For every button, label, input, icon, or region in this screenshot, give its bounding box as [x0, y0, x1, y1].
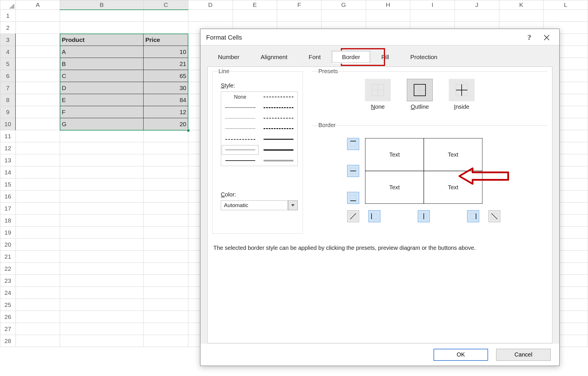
cell-B6[interactable]: C — [60, 70, 144, 82]
row-header-21[interactable]: 21 — [0, 251, 16, 263]
row-header-26[interactable]: 26 — [0, 311, 16, 323]
cell-C5[interactable]: 21 — [144, 58, 188, 70]
cell-B7[interactable]: D — [60, 82, 144, 94]
cell-B8[interactable]: E — [60, 94, 144, 106]
row-header-25[interactable]: 25 — [0, 299, 16, 311]
cell-C14[interactable] — [144, 166, 188, 178]
cell-B16[interactable] — [60, 190, 144, 202]
cell-C27[interactable] — [144, 323, 188, 335]
row-header-12[interactable]: 12 — [0, 142, 16, 154]
column-header-E[interactable]: E — [233, 0, 277, 10]
row-header-13[interactable]: 13 — [0, 154, 16, 166]
border-bottom-button[interactable] — [347, 192, 359, 204]
close-icon[interactable] — [540, 32, 554, 43]
cell-A28[interactable] — [16, 335, 60, 347]
row-header-14[interactable]: 14 — [0, 166, 16, 178]
row-header-22[interactable]: 22 — [0, 263, 16, 275]
cell-C4[interactable]: 10 — [144, 46, 188, 58]
row-header-17[interactable]: 17 — [0, 202, 16, 215]
row-header-20[interactable]: 20 — [0, 239, 16, 251]
select-all-corner[interactable] — [0, 0, 16, 10]
cell-B9[interactable]: F — [60, 106, 144, 118]
cell-C25[interactable] — [144, 299, 188, 311]
cell-A5[interactable] — [16, 58, 60, 70]
cell-C7[interactable]: 30 — [144, 82, 188, 94]
tab-border[interactable]: Border — [331, 50, 371, 64]
row-header-18[interactable]: 18 — [0, 215, 16, 227]
cell-C10[interactable]: 20 — [144, 118, 188, 130]
cell-C20[interactable] — [144, 239, 188, 251]
cell-B23[interactable] — [60, 275, 144, 287]
row-header-9[interactable]: 9 — [0, 106, 16, 118]
cell-A26[interactable] — [16, 311, 60, 323]
cell-I1[interactable] — [410, 10, 455, 22]
row-header-11[interactable]: 11 — [0, 130, 16, 142]
row-header-5[interactable]: 5 — [0, 58, 16, 70]
cell-E1[interactable] — [233, 10, 277, 22]
cell-A3[interactable] — [16, 34, 60, 46]
tab-font[interactable]: Font — [298, 50, 331, 64]
row-header-4[interactable]: 4 — [0, 46, 16, 58]
border-style-7[interactable] — [259, 92, 297, 102]
cell-A16[interactable] — [16, 190, 60, 202]
cell-C3[interactable]: Price — [144, 34, 188, 46]
cell-C18[interactable] — [144, 215, 188, 227]
cell-A22[interactable] — [16, 263, 60, 275]
cell-A8[interactable] — [16, 94, 60, 106]
cell-B2[interactable] — [60, 22, 144, 34]
cell-B14[interactable] — [60, 166, 144, 178]
cell-B27[interactable] — [60, 323, 144, 335]
border-style-2[interactable] — [221, 113, 259, 124]
cell-C28[interactable] — [144, 335, 188, 347]
cell-C8[interactable]: 84 — [144, 94, 188, 106]
cell-C22[interactable] — [144, 263, 188, 275]
border-style-3[interactable] — [221, 124, 259, 134]
cell-C16[interactable] — [144, 190, 188, 202]
cell-A25[interactable] — [16, 299, 60, 311]
cell-C15[interactable] — [144, 178, 188, 190]
border-diag-down-button[interactable] — [488, 210, 500, 222]
row-header-16[interactable]: 16 — [0, 190, 16, 202]
row-header-2[interactable]: 2 — [0, 22, 16, 34]
cell-B1[interactable] — [60, 10, 144, 22]
help-icon[interactable]: ? — [519, 33, 540, 42]
cell-A4[interactable] — [16, 46, 60, 58]
cell-A13[interactable] — [16, 154, 60, 166]
cell-C19[interactable] — [144, 227, 188, 239]
column-header-F[interactable]: F — [277, 0, 322, 10]
border-top-button[interactable] — [347, 138, 359, 150]
cell-C26[interactable] — [144, 311, 188, 323]
border-style-5[interactable] — [221, 145, 259, 155]
cell-A6[interactable] — [16, 70, 60, 82]
cell-A27[interactable] — [16, 323, 60, 335]
border-style-9[interactable] — [259, 113, 297, 124]
cell-D1[interactable] — [188, 10, 233, 22]
cell-B13[interactable] — [60, 154, 144, 166]
border-vertical-button[interactable] — [418, 210, 430, 222]
cell-L1[interactable] — [543, 10, 588, 22]
cell-J1[interactable] — [454, 10, 499, 22]
column-header-C[interactable]: C — [144, 0, 188, 10]
cell-A1[interactable] — [16, 10, 60, 22]
cell-B12[interactable] — [60, 142, 144, 154]
column-header-A[interactable]: A — [16, 0, 60, 10]
border-style-6[interactable] — [221, 155, 259, 166]
cell-A24[interactable] — [16, 287, 60, 299]
border-style-none[interactable]: None — [221, 92, 259, 102]
cell-A15[interactable] — [16, 178, 60, 190]
border-style-13[interactable] — [259, 155, 297, 166]
cell-B10[interactable]: G — [60, 118, 144, 130]
cell-F1[interactable] — [277, 10, 322, 22]
column-header-B[interactable]: B — [60, 0, 144, 10]
tab-number[interactable]: Number — [207, 50, 250, 64]
border-style-11[interactable] — [259, 134, 297, 145]
selection-fill-handle[interactable] — [187, 129, 190, 132]
row-header-3[interactable]: 3 — [0, 34, 16, 46]
row-header-7[interactable]: 7 — [0, 82, 16, 94]
cell-C12[interactable] — [144, 142, 188, 154]
border-style-10[interactable] — [259, 124, 297, 134]
cell-A17[interactable] — [16, 202, 60, 215]
border-preview[interactable]: Text Text Text Text — [365, 138, 483, 204]
row-header-27[interactable]: 27 — [0, 323, 16, 335]
cell-C11[interactable] — [144, 130, 188, 142]
